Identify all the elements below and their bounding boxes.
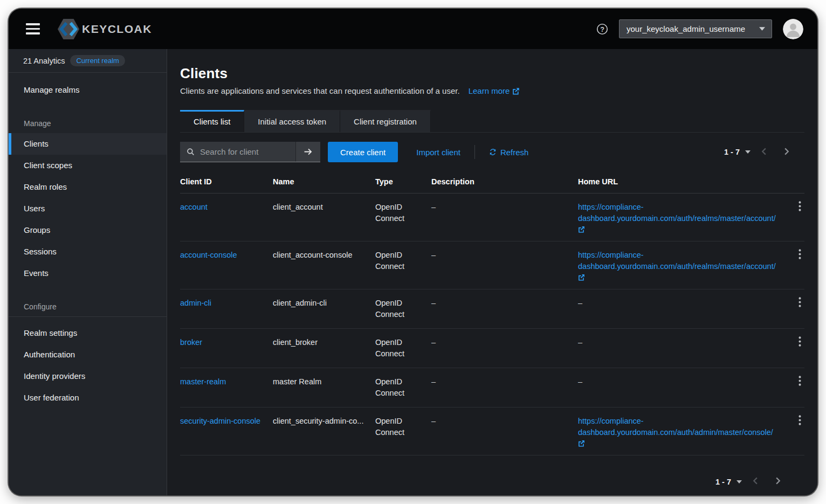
sidebar-item-authentication[interactable]: Authentication [9, 344, 167, 365]
row-actions-kebab-icon[interactable] [795, 329, 804, 351]
home-url-cell: https://compliance-dashboard.yourdomain.… [578, 241, 785, 289]
tab-initial-access-token[interactable]: Initial access token [244, 110, 340, 132]
main-content: Clients Clients are applications and ser… [167, 49, 817, 495]
external-link-icon[interactable] [578, 226, 585, 233]
help-icon[interactable]: ? [596, 23, 608, 35]
avatar[interactable] [783, 19, 803, 39]
row-actions-kebab-icon[interactable] [795, 368, 804, 391]
row-actions-kebab-icon[interactable] [795, 241, 804, 264]
client-id-link[interactable]: security-admin-console [180, 417, 260, 425]
tab-clients-list[interactable]: Clients list [180, 110, 244, 132]
sidebar-item-identity-providers[interactable]: Identity providers [9, 365, 167, 387]
home-url-cell: – [578, 289, 785, 317]
external-link-icon [512, 87, 520, 95]
row-actions-kebab-icon[interactable] [795, 289, 804, 312]
search-icon [180, 142, 195, 162]
pagination-next-button[interactable] [768, 474, 788, 489]
sidebar-item-events[interactable]: Events [9, 263, 167, 284]
external-link-icon[interactable] [578, 440, 585, 447]
home-url-cell: – [578, 368, 785, 396]
pagination-bottom-wrap: 1 - 7 [180, 455, 804, 489]
type-cell: OpenID Connect [375, 408, 431, 446]
type-cell: OpenID Connect [375, 329, 431, 368]
name-cell: master Realm [273, 368, 375, 396]
sidebar-item-realm-settings[interactable]: Realm settings [9, 322, 167, 344]
realm-switcher[interactable]: 21 Analytics Current realm [9, 49, 167, 73]
sidebar-item-user-federation[interactable]: User federation [9, 387, 167, 409]
clients-table: Client IDNameTypeDescriptionHome URL acc… [180, 173, 804, 455]
table-row: account-consoleclient_account-consoleOpe… [180, 241, 804, 289]
pagination-top: 1 - 7 [724, 144, 804, 160]
table-row: admin-cliclient_admin-cliOpenID Connect–… [180, 289, 804, 329]
sidebar-section-divider [9, 316, 167, 317]
client-id-cell: broker [180, 329, 273, 356]
home-url-link[interactable]: https://compliance-dashboard.yourdomain.… [578, 251, 776, 271]
toolbar-divider [474, 145, 475, 159]
chevron-down-icon [745, 150, 751, 154]
type-cell: OpenID Connect [375, 368, 431, 407]
pagination-next-button[interactable] [777, 144, 797, 160]
toolbar: Create client Import client Refresh 1 - … [180, 142, 804, 162]
keycloak-logo: KEYCLOAK [56, 18, 152, 40]
column-header-client-id: Client ID [180, 173, 273, 193]
description-cell: – [431, 241, 578, 269]
table-row: brokerclient_brokerOpenID Connect–– [180, 329, 804, 368]
create-client-button[interactable]: Create client [328, 142, 398, 162]
name-cell: client_security-admin-co... [273, 408, 375, 435]
client-id-cell: admin-cli [180, 289, 273, 317]
type-cell: OpenID Connect [375, 194, 431, 232]
sidebar-item-users[interactable]: Users [9, 198, 167, 219]
chevron-down-icon [736, 480, 742, 484]
client-id-link[interactable]: broker [180, 338, 202, 347]
external-link-icon[interactable] [578, 274, 585, 281]
pagination-bottom: 1 - 7 [715, 474, 788, 489]
home-url-cell: https://compliance-dashboard.yourdomain.… [578, 194, 785, 241]
client-id-link[interactable]: admin-cli [180, 299, 211, 307]
pagination-range-label: 1 - 7 [715, 478, 731, 486]
home-url-cell: https://compliance-dashboard.yourdomain.… [578, 408, 785, 455]
column-header-home-url: Home URL [578, 173, 785, 193]
page-title: Clients [180, 65, 804, 82]
sidebar-item-manage-realms[interactable]: Manage realms [9, 79, 167, 101]
sidebar: 21 Analytics Current realm Manage realms… [9, 49, 167, 495]
client-id-link[interactable]: account-console [180, 251, 237, 259]
home-url-link[interactable]: https://compliance-dashboard.yourdomain.… [578, 203, 776, 223]
sidebar-item-groups[interactable]: Groups [9, 219, 167, 241]
refresh-icon [489, 148, 497, 156]
keycloak-hexagon-icon [56, 18, 81, 40]
name-cell: client_broker [273, 329, 375, 356]
table-row: master-realmmaster RealmOpenID Connect–– [180, 368, 804, 408]
sidebar-sections: ManageClientsClient scopesRealm rolesUse… [9, 101, 167, 409]
pagination-prev-button[interactable] [754, 144, 774, 160]
username-dropdown[interactable]: your_keycloak_admin_username [619, 19, 772, 38]
search-submit-button[interactable] [295, 142, 320, 162]
import-client-button[interactable]: Import client [407, 142, 470, 162]
sidebar-item-clients[interactable]: Clients [9, 133, 167, 155]
chevron-down-icon [759, 27, 765, 31]
row-actions-kebab-icon[interactable] [795, 194, 804, 216]
sidebar-item-sessions[interactable]: Sessions [9, 241, 167, 263]
pagination-prev-button[interactable] [745, 474, 765, 489]
current-realm-badge: Current realm [70, 55, 125, 66]
sidebar-item-realm-roles[interactable]: Realm roles [9, 176, 167, 198]
home-url-cell: – [578, 329, 785, 356]
client-id-link[interactable]: account [180, 203, 208, 211]
chevron-left-icon [753, 477, 758, 485]
page-description: Clients are applications and services th… [180, 86, 804, 95]
person-icon [783, 19, 803, 39]
row-actions-kebab-icon[interactable] [795, 408, 804, 430]
tab-client-registration[interactable]: Client registration [340, 110, 431, 132]
client-id-link[interactable]: master-realm [180, 377, 226, 386]
pagination-range-dropdown[interactable]: 1 - 7 [724, 148, 751, 156]
name-cell: client_account [273, 194, 375, 221]
brand-text: KEYCLOAK [82, 23, 152, 36]
client-id-cell: security-admin-console [180, 408, 273, 435]
pagination-range-dropdown[interactable]: 1 - 7 [715, 478, 742, 486]
home-url-link[interactable]: https://compliance-dashboard.yourdomain.… [578, 417, 773, 437]
sidebar-item-client-scopes[interactable]: Client scopes [9, 155, 167, 176]
learn-more-link[interactable]: Learn more [469, 86, 520, 95]
search-input[interactable] [195, 142, 295, 162]
column-header-name: Name [273, 173, 375, 193]
refresh-button[interactable]: Refresh [479, 142, 539, 162]
nav-toggle-button[interactable] [22, 19, 44, 39]
